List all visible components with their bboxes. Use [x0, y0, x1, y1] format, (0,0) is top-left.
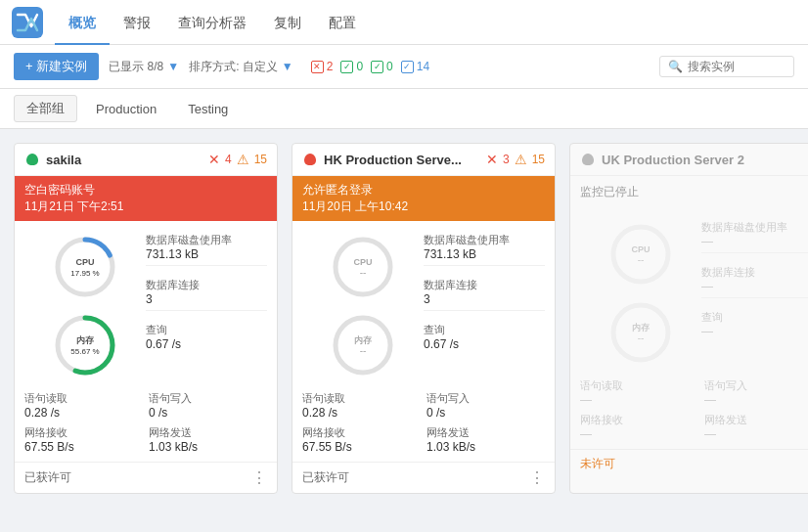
net-send-label-sakila: 网络发送 — [149, 425, 267, 440]
net-send-label-uk: 网络发送 — [704, 413, 808, 427]
toolbar: 新建实例 已显示 8/8 ▼ 排序方式: 自定义 ▼ ✕ 2 ✓ 0 ✓ 0 ✓… — [0, 45, 808, 89]
leaf-icon-hk — [302, 152, 318, 167]
net-send-value-hk: 1.03 kB/s — [426, 440, 545, 454]
net-recv-stat-hk: 网络接收 67.55 B/s — [302, 425, 421, 454]
app-logo — [12, 7, 43, 38]
query-label-hk: 查询 — [424, 323, 545, 337]
svg-text:--: -- — [638, 254, 645, 265]
nav-query-analyzer[interactable]: 查询分析器 — [164, 0, 260, 45]
total-checkbox: ✓ — [401, 61, 414, 73]
disk-label-hk: 数据库磁盘使用率 — [424, 233, 545, 247]
main-content: sakila ✕ 4 ⚠ 15 空白密码账号 11月21日 下午2:51 CPU — [0, 129, 808, 508]
search-icon: 🔍 — [668, 60, 683, 73]
cpu-gauge-sakila: CPU 17.95 % — [51, 233, 119, 301]
top-nav: 概览 警报 查询分析器 复制 配置 — [0, 0, 808, 45]
stats-grid-uk: CPU -- 内存 -- 数据库磁盘使用率 — — [570, 208, 808, 378]
memory-gauge-svg-hk: 内存 -- — [329, 311, 397, 379]
write-stat-hk: 语句写入 0 /s — [426, 391, 545, 420]
disk-label-sakila: 数据库磁盘使用率 — [146, 233, 267, 247]
nav-config[interactable]: 配置 — [315, 0, 370, 45]
conn-label-sakila: 数据库连接 — [146, 278, 267, 292]
error-count-hk: 3 — [503, 153, 510, 166]
server-card-hk: HK Production Serve... ✕ 3 ⚠ 15 允许匿名登录 1… — [292, 143, 556, 494]
net-send-stat-uk: 网络发送 — — [704, 413, 808, 441]
write-label-uk: 语句写入 — [704, 378, 808, 393]
group-tab-production[interactable]: Production — [83, 97, 169, 121]
alert-bar-hk: 允许匿名登录 11月20日 上午10:42 — [292, 176, 555, 221]
cpu-gauge-svg-uk: CPU -- — [606, 220, 675, 288]
alert-line2-hk: 11月20日 上午10:42 — [302, 199, 545, 215]
net-recv-value-hk: 67.55 B/s — [302, 440, 421, 454]
query-stat-sakila: 查询 0.67 /s — [146, 319, 267, 355]
card-footer-hk: 已获许可 ⋮ — [292, 462, 555, 493]
badge-warn1: ✓ 0 — [340, 60, 363, 73]
query-value-sakila: 0.67 /s — [146, 337, 267, 351]
write-value-sakila: 0 /s — [149, 406, 267, 420]
more-icon-sakila[interactable]: ⋮ — [251, 468, 267, 487]
new-instance-button[interactable]: 新建实例 — [14, 53, 99, 80]
svg-text:内存: 内存 — [76, 335, 95, 345]
net-send-stat-sakila: 网络发送 1.03 kB/s — [149, 425, 267, 454]
more-icon-hk[interactable]: ⋮ — [529, 468, 545, 487]
group-tab-all[interactable]: 全部组 — [14, 95, 77, 122]
bottom-stats-uk: 语句读取 — 语句写入 — 网络接收 — 网络发送 — — [570, 378, 808, 449]
svg-text:CPU: CPU — [75, 257, 94, 267]
memory-gauge-sakila: 内存 55.67 % — [51, 311, 119, 379]
warn-icon-hk: ⚠ — [515, 152, 527, 167]
svg-text:内存: 内存 — [354, 335, 373, 345]
query-value-hk: 0.67 /s — [424, 337, 545, 351]
error-badge-sakila: ✕ — [208, 152, 220, 167]
monitoring-stopped-uk: 监控已停止 — [570, 176, 808, 208]
write-value-hk: 0 /s — [426, 406, 545, 420]
group-tabs: 全部组 Production Testing — [0, 89, 808, 129]
write-label-sakila: 语句写入 — [149, 391, 267, 406]
server-card-sakila: sakila ✕ 4 ⚠ 15 空白密码账号 11月21日 下午2:51 CPU — [14, 143, 278, 494]
conn-stat-uk: 数据库连接 — — [701, 261, 808, 298]
error-badge-hk: ✕ — [486, 152, 498, 167]
alert-line1-sakila: 空白密码账号 — [24, 182, 267, 199]
gauges-hk: CPU -- 内存 -- — [302, 229, 424, 383]
badge-error: ✕ 2 — [311, 60, 334, 73]
disk-value-hk: 731.13 kB — [424, 247, 545, 261]
read-label-uk: 语句读取 — [580, 378, 698, 393]
cpu-gauge-svg-hk: CPU -- — [329, 233, 397, 301]
read-value-hk: 0.28 /s — [302, 406, 421, 420]
warn-icon-sakila: ⚠ — [237, 152, 249, 167]
nav-replication[interactable]: 复制 — [260, 0, 315, 45]
display-dropdown[interactable]: ▼ — [167, 60, 179, 73]
conn-stat-hk: 数据库连接 3 — [424, 274, 545, 311]
search-input[interactable] — [688, 60, 786, 73]
footer-label-sakila: 已获许可 — [24, 469, 71, 486]
net-send-stat-hk: 网络发送 1.03 kB/s — [426, 425, 545, 454]
disk-stat-uk: 数据库磁盘使用率 — — [701, 216, 808, 253]
nav-overview[interactable]: 概览 — [55, 0, 110, 45]
disk-value-uk: — — [701, 235, 808, 248]
query-stat-hk: 查询 0.67 /s — [424, 319, 545, 355]
svg-text:17.95 %: 17.95 % — [70, 269, 99, 278]
net-send-value-uk: — — [704, 427, 808, 441]
net-recv-label-hk: 网络接收 — [302, 425, 421, 440]
cpu-gauge-uk: CPU -- — [606, 220, 675, 288]
query-label-sakila: 查询 — [146, 323, 267, 337]
sort-dropdown[interactable]: ▼ — [282, 60, 293, 73]
conn-value-uk: — — [701, 280, 808, 293]
stat-right-sakila: 数据库磁盘使用率 731.13 kB 数据库连接 3 查询 0.67 /s — [146, 229, 267, 383]
net-recv-stat-uk: 网络接收 — — [580, 413, 698, 441]
warn1-checkbox: ✓ — [340, 61, 353, 73]
svg-text:55.67 %: 55.67 % — [70, 347, 99, 356]
search-box[interactable]: 🔍 — [659, 56, 794, 77]
card-header-uk: UK Production Server 2 — [570, 144, 808, 176]
group-tab-testing[interactable]: Testing — [175, 97, 241, 121]
error-checkbox: ✕ — [311, 61, 324, 73]
disk-label-uk: 数据库磁盘使用率 — [701, 220, 808, 235]
read-stat-uk: 语句读取 — — [580, 378, 698, 407]
read-label-sakila: 语句读取 — [24, 391, 143, 406]
svg-text:CPU: CPU — [353, 257, 372, 267]
alert-line2-sakila: 11月21日 下午2:51 — [24, 199, 267, 215]
gauges-uk: CPU -- 内存 -- — [580, 216, 701, 371]
card-header-hk: HK Production Serve... ✕ 3 ⚠ 15 — [292, 144, 555, 176]
nav-alerts[interactable]: 警报 — [110, 0, 164, 45]
memory-gauge-svg-sakila: 内存 55.67 % — [51, 311, 119, 379]
svg-rect-0 — [12, 7, 43, 38]
net-recv-label-sakila: 网络接收 — [24, 425, 143, 440]
